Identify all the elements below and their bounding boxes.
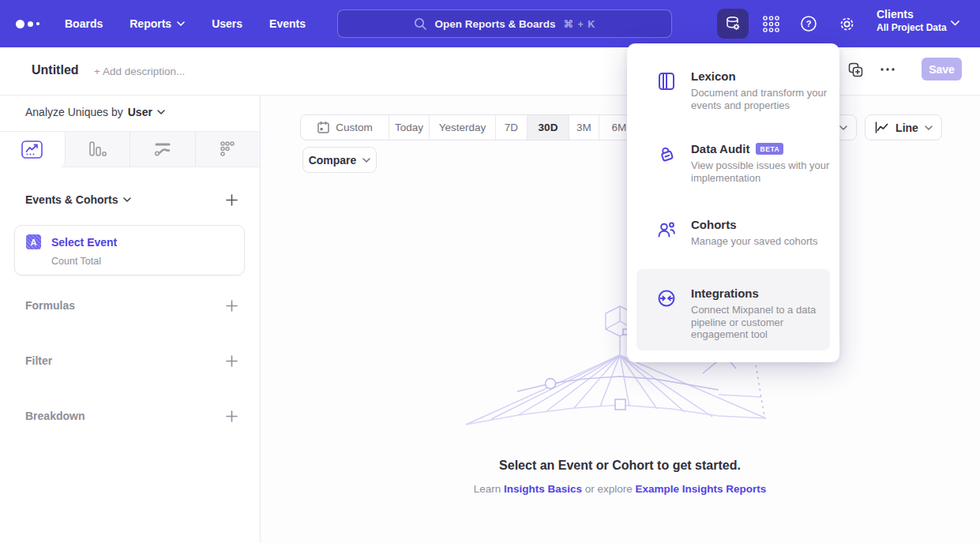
analyze-value-selector[interactable]: User — [128, 106, 152, 118]
date-range-label: 7D — [505, 122, 518, 133]
add-filter-button[interactable] — [226, 355, 238, 367]
logo-dot — [16, 20, 24, 28]
chevron-down-icon — [362, 158, 370, 163]
example-reports-link[interactable]: Example Insights Reports — [636, 483, 767, 495]
data-management-menu: Lexicon Document and transform your even… — [627, 43, 839, 362]
compare-label: Compare — [309, 154, 357, 167]
nav-item-label: Users — [212, 17, 242, 30]
data-management-button[interactable] — [717, 9, 749, 39]
lexicon-book-icon — [656, 71, 677, 92]
line-chart-tab-icon — [21, 140, 43, 159]
nav-item-users[interactable]: Users — [212, 17, 242, 30]
duplicate-button[interactable] — [847, 62, 864, 77]
logo-dot — [36, 22, 39, 25]
date-range-30d-selected[interactable]: 30D — [528, 115, 569, 140]
date-range-7d[interactable]: 7D — [496, 115, 528, 140]
more-options-button[interactable] — [879, 62, 896, 77]
nav-item-events[interactable]: Events — [269, 17, 306, 30]
org-name: Clients — [877, 8, 947, 21]
top-navigation: Boards Reports Users Events Open Reports… — [0, 0, 980, 47]
chevron-down-icon — [925, 125, 933, 130]
mixpanel-logo-icon[interactable] — [16, 17, 39, 30]
search-placeholder: Open Reports & Boards — [435, 18, 556, 30]
add-formula-button[interactable] — [226, 300, 238, 312]
nav-links: Boards Reports Users Events — [65, 0, 306, 47]
date-range-3m[interactable]: 3M — [569, 115, 599, 140]
line-chart-icon — [874, 121, 889, 134]
nav-item-label: Boards — [65, 17, 103, 30]
select-event-card[interactable]: A Select Event Count Total — [14, 225, 245, 275]
menu-item-title: Cohorts — [691, 218, 737, 231]
date-range-custom[interactable]: Custom — [301, 115, 389, 140]
database-gear-icon — [723, 14, 742, 33]
search-icon — [414, 17, 427, 31]
menu-item-title: Lexicon — [691, 69, 736, 83]
visualization-tabs — [0, 131, 260, 167]
apps-grid-button[interactable] — [755, 9, 787, 39]
query-builder-sidebar: Analyze Uniques by User — [0, 95, 261, 543]
explore-text: or explore — [585, 483, 633, 495]
question-circle-icon: ? — [799, 14, 818, 33]
metrics-tab-icon — [218, 140, 237, 159]
project-name: All Project Data — [877, 22, 947, 33]
insights-basics-link[interactable]: Insights Basics — [504, 483, 582, 495]
learn-text: Learn — [474, 483, 501, 495]
chevron-down-icon — [951, 21, 959, 26]
nav-item-label: Events — [269, 17, 306, 30]
copy-plus-icon — [848, 62, 863, 77]
date-range-today[interactable]: Today — [389, 115, 430, 140]
flows-tab-icon — [153, 140, 172, 158]
chart-type-button[interactable]: Line — [865, 114, 942, 140]
filter-section: Filter — [25, 354, 238, 367]
save-button[interactable]: Save — [922, 58, 962, 81]
date-range-yesterday[interactable]: Yesterday — [430, 115, 496, 140]
breakdown-label: Breakdown — [25, 410, 84, 422]
ellipsis-icon — [880, 67, 896, 72]
date-range-control: Custom Today Yesterday 7D 30D 3M 6M — [300, 114, 640, 140]
tab-insights-line[interactable] — [0, 132, 66, 167]
compare-button[interactable]: Compare — [302, 147, 377, 173]
events-cohorts-text: Events & Cohorts — [25, 193, 118, 206]
nav-item-boards[interactable]: Boards — [65, 17, 103, 30]
tab-flows[interactable] — [130, 132, 196, 167]
breakdown-section: Breakdown — [25, 410, 238, 422]
date-range-label: 30D — [539, 122, 558, 133]
report-title[interactable]: Untitled — [32, 63, 79, 77]
search-shortcut: ⌘ + K — [564, 18, 596, 30]
date-range-label: Today — [395, 122, 423, 133]
event-letter-badge: A — [26, 234, 41, 249]
filter-label: Filter — [25, 354, 52, 367]
date-range-label: Yesterday — [439, 122, 486, 133]
menu-item-description: Manage your saved cohorts — [691, 235, 849, 248]
svg-text:?: ? — [806, 19, 812, 28]
empty-state-subtitle: Learn Insights Basics or explore Example… — [340, 483, 900, 495]
count-total-label[interactable]: Count Total — [51, 256, 101, 267]
add-event-button[interactable] — [226, 194, 238, 206]
bar-chart-tab-icon — [88, 140, 107, 158]
nav-item-reports[interactable]: Reports — [130, 17, 185, 30]
description-placeholder[interactable]: + Add description... — [94, 66, 185, 77]
empty-state-title: Select an Event or Cohort to get started… — [340, 459, 900, 473]
global-search[interactable]: Open Reports & Boards ⌘ + K — [337, 9, 672, 38]
chevron-down-icon[interactable] — [157, 110, 165, 114]
chevron-down-icon — [839, 125, 847, 130]
analyze-prefix-label: Analyze Uniques by — [25, 106, 123, 118]
gear-icon — [837, 14, 857, 34]
settings-button[interactable] — [831, 9, 862, 39]
help-button[interactable]: ? — [793, 9, 824, 39]
date-range-label: 6M — [612, 122, 627, 133]
tab-bar-chart[interactable] — [66, 132, 131, 167]
formulas-section: Formulas — [25, 299, 238, 312]
events-cohorts-label[interactable]: Events & Cohorts — [25, 193, 131, 206]
chevron-down-icon — [123, 197, 131, 202]
project-switcher[interactable]: Clients All Project Data — [877, 8, 947, 33]
date-range-label: 3M — [576, 122, 591, 133]
tab-metrics[interactable] — [196, 132, 261, 167]
chevron-down-icon — [177, 21, 185, 26]
calendar-icon — [317, 121, 330, 134]
add-breakdown-button[interactable] — [226, 410, 238, 422]
analyze-uniques-row: Analyze Uniques by User — [25, 106, 165, 118]
date-range-label: Custom — [336, 122, 373, 133]
select-event-label[interactable]: Select Event — [51, 236, 117, 249]
grid-apps-icon — [761, 14, 781, 34]
